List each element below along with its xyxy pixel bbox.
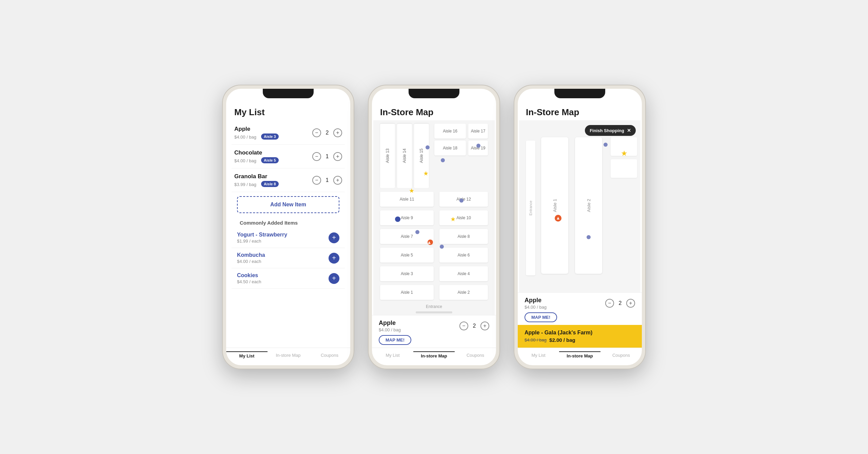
qty-value: 1 — [324, 153, 330, 160]
aisle-3: Aisle 3 — [380, 266, 434, 281]
aisle-11: Aisle 11 — [380, 192, 434, 207]
bottom-nav: My List In-store Map Coupons — [372, 348, 496, 365]
map-item-row: Apple $4.00 / bag − 2 + — [379, 319, 489, 332]
aisle-18: Aisle 18 — [434, 141, 466, 156]
entrance-bar — [416, 311, 452, 313]
item-name: Chocolate — [234, 149, 312, 156]
aisle-12: Aisle 12 — [439, 192, 488, 207]
svg-marker-0 — [428, 241, 431, 244]
increase-btn[interactable]: + — [480, 322, 489, 330]
add-new-item-button[interactable]: Add New Item — [237, 196, 339, 213]
map-dot-p3-2 — [587, 235, 591, 239]
map-header-3: In-Store Map — [518, 101, 642, 120]
common-item-info: Yogurt - Strawberry $1.99 / each — [237, 232, 329, 244]
nav-coupons-3[interactable]: Coupons — [600, 351, 642, 360]
aisle-17: Aisle 17 — [468, 124, 488, 139]
common-item-info: Cookies $4.50 / each — [237, 272, 329, 284]
deal-new-price: $2.00 / bag — [549, 337, 575, 343]
add-common-item-btn[interactable]: + — [329, 232, 339, 243]
svg-marker-1 — [557, 217, 559, 220]
increase-btn[interactable]: + — [333, 152, 342, 161]
aisle-badge: Aisle 8 — [261, 181, 278, 187]
orange-marker-p3 — [555, 215, 561, 222]
list-item: Granola Bar $3.99 / bag Aisle 8 − 1 + — [232, 168, 345, 192]
aisle-1-large: Aisle 1 — [541, 137, 568, 274]
common-item-name: Yogurt - Strawberry — [237, 232, 329, 238]
decrease-btn[interactable]: − — [312, 176, 321, 185]
map-area: Aisle 1 Aisle 2 Aisle 3 Aisle 4 Aisle 5 … — [373, 120, 495, 315]
nav-coupons[interactable]: Coupons — [455, 351, 496, 360]
close-icon[interactable]: ✕ — [627, 128, 631, 133]
map-dot-blue — [395, 216, 400, 222]
deal-prices: $4.00 / bag $2.00 / bag — [525, 337, 635, 343]
map-header: In-Store Map — [372, 101, 496, 120]
common-item-price: $4.50 / each — [237, 279, 329, 284]
phone-1: My List Apple $4.00 / bag Aisle 3 − 2 — [222, 85, 354, 369]
commonly-added-label: Commonly Added Items — [232, 217, 345, 228]
qty-value-3: 2 — [617, 300, 623, 306]
aisle-extra2 — [611, 159, 637, 178]
entrance-block: Entrance — [526, 141, 535, 275]
increase-btn-3[interactable]: + — [626, 299, 635, 308]
finish-shopping-label: Finish Shopping — [590, 128, 624, 133]
list-container: Apple $4.00 / bag Aisle 3 − 2 + — [226, 121, 350, 348]
item-info: Granola Bar $3.99 / bag Aisle 8 — [234, 173, 312, 187]
map-dot — [426, 145, 430, 149]
map-dot — [440, 245, 444, 249]
my-list-header: My List — [226, 101, 350, 121]
nav-my-list[interactable]: My List — [226, 351, 268, 360]
map-me-button[interactable]: MAP ME! — [379, 335, 411, 345]
qty-control: − 1 + — [312, 152, 342, 161]
decrease-btn[interactable]: − — [312, 128, 321, 137]
aisle-badge: Aisle 5 — [261, 157, 278, 163]
notch-3 — [554, 89, 605, 98]
aisle-6: Aisle 6 — [439, 248, 488, 263]
map-item-name: Apple — [379, 319, 401, 327]
nav-my-list[interactable]: My List — [372, 351, 413, 360]
aisle-badge: Aisle 3 — [261, 133, 278, 140]
nav-my-list-3[interactable]: My List — [518, 351, 559, 360]
aisle-1: Aisle 1 — [380, 285, 434, 300]
map-dot — [476, 144, 480, 148]
map-item-info: Apple $4.00 / bag — [379, 319, 401, 332]
qty-control: − 1 + — [312, 176, 342, 185]
map-star: ★ — [409, 187, 414, 194]
add-common-item-btn[interactable]: + — [329, 273, 339, 284]
common-item-price: $1.99 / each — [237, 239, 329, 244]
bottom-nav: My List In-store Map Coupons — [226, 348, 350, 365]
aisle-10: Aisle 10 — [439, 210, 488, 225]
entrance-label: Entrance — [426, 304, 442, 309]
map-item-price: $4.00 / bag — [379, 327, 401, 332]
common-item-name: Kombucha — [237, 252, 329, 258]
aisle-13: Aisle 13 — [380, 124, 395, 188]
page-title-3: In-Store Map — [526, 107, 634, 118]
add-common-item-btn[interactable]: + — [329, 253, 339, 264]
aisle-4: Aisle 4 — [439, 266, 488, 281]
nav-in-store-map[interactable]: In-store Map — [268, 351, 309, 360]
map-area-3: Finish Shopping ✕ Entrance Aisle 1 Aisle… — [519, 120, 640, 292]
aisle-8: Aisle 8 — [439, 229, 488, 244]
map-star-p3: ★ — [621, 149, 628, 158]
decrease-btn-3[interactable]: − — [605, 299, 614, 308]
item-price: $4.00 / bag — [234, 158, 256, 163]
increase-btn[interactable]: + — [333, 128, 342, 137]
notch-2 — [409, 89, 459, 98]
nav-coupons[interactable]: Coupons — [309, 351, 350, 360]
increase-btn[interactable]: + — [333, 176, 342, 185]
common-item-info: Kombucha $4.00 / each — [237, 252, 329, 264]
notch-1 — [263, 89, 314, 98]
common-item: Cookies $4.50 / each + — [232, 268, 345, 289]
nav-in-store-map-3[interactable]: In-store Map — [559, 351, 600, 360]
map-star: ★ — [450, 215, 456, 223]
nav-in-store-map[interactable]: In-store Map — [413, 351, 455, 360]
map-bottom-panel: Apple $4.00 / bag − 2 + MAP ME! — [372, 315, 496, 348]
decrease-btn[interactable]: − — [312, 152, 321, 161]
item-price: $4.00 / bag — [234, 135, 256, 140]
decrease-btn[interactable]: − — [459, 322, 468, 330]
item-price: $3.99 / bag — [234, 182, 256, 187]
list-item: Chocolate $4.00 / bag Aisle 5 − 1 + — [232, 145, 345, 168]
map-item-row-3: Apple $4.00 / bag − 2 + — [525, 297, 635, 310]
list-item: Apple $4.00 / bag Aisle 3 − 2 + — [232, 121, 345, 145]
map-me-button-3[interactable]: MAP ME! — [525, 312, 557, 322]
map-dot — [459, 199, 463, 203]
